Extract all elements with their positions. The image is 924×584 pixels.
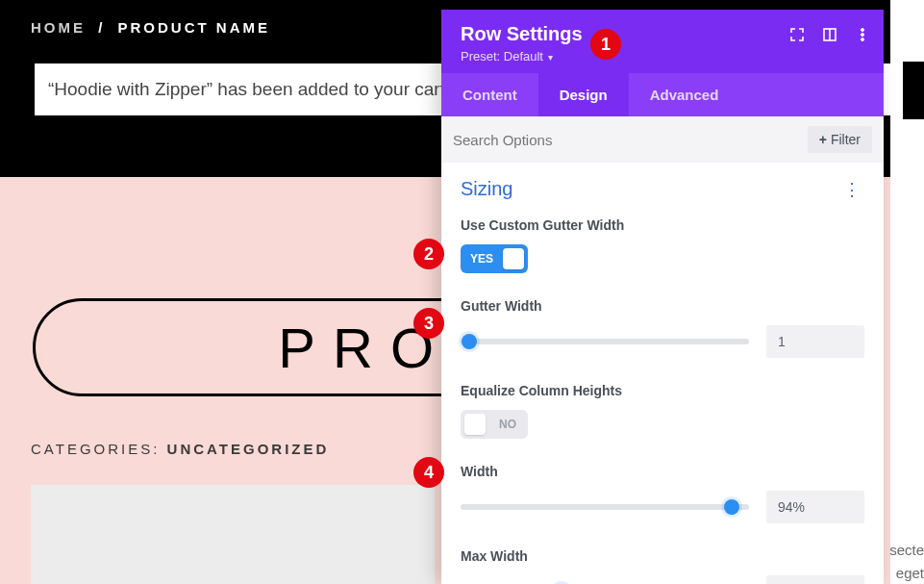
preset-dropdown[interactable]: Preset: Default ▾ xyxy=(461,49,868,63)
label-equalize: Equalize Column Heights xyxy=(461,383,864,398)
annotation-badge-2: 2 xyxy=(413,239,444,269)
product-image-placeholder xyxy=(31,485,435,584)
chevron-down-icon: ▾ xyxy=(545,52,553,63)
plus-icon: + xyxy=(819,132,827,147)
more-icon[interactable] xyxy=(851,23,874,46)
annotation-badge-4: 4 xyxy=(413,457,444,488)
tab-advanced[interactable]: Advanced xyxy=(629,73,740,116)
categories-line: CATEGORIES: UNCATEGORIZED xyxy=(31,441,329,457)
label-custom-gutter: Use Custom Gutter Width xyxy=(461,217,864,233)
section-sizing-title[interactable]: Sizing xyxy=(461,178,512,200)
annotation-badge-1: 1 xyxy=(590,29,621,60)
value-max-width[interactable]: 1080px xyxy=(766,575,864,584)
slider-thumb[interactable] xyxy=(724,499,739,515)
slider-gutter-width[interactable] xyxy=(461,339,749,344)
value-gutter-width[interactable]: 1 xyxy=(766,325,864,358)
filter-button[interactable]: +Filter xyxy=(808,126,872,153)
cart-notice-text: “Hoodie with Zipper” has been added to y… xyxy=(48,79,450,100)
expand-icon[interactable] xyxy=(786,23,809,46)
breadcrumb-home[interactable]: HOME xyxy=(31,19,86,36)
slider-thumb[interactable] xyxy=(462,334,477,349)
svg-point-3 xyxy=(862,34,864,37)
toggle-knob xyxy=(503,248,524,269)
categories-value[interactable]: UNCATEGORIZED xyxy=(167,441,330,457)
search-input[interactable] xyxy=(453,132,808,148)
search-bar: +Filter xyxy=(441,116,884,163)
label-width: Width xyxy=(461,464,864,479)
toggle-equalize[interactable]: NO xyxy=(461,410,528,439)
background-lorem: secte eget xyxy=(889,539,924,584)
svg-point-2 xyxy=(862,29,864,32)
cart-button-partial[interactable] xyxy=(903,62,924,119)
toggle-knob xyxy=(464,414,486,435)
panel-header: Row Settings Preset: Default ▾ xyxy=(441,10,884,73)
row-settings-panel: Row Settings Preset: Default ▾ Content D… xyxy=(441,10,884,584)
tab-design[interactable]: Design xyxy=(538,73,629,116)
value-width[interactable]: 94% xyxy=(766,491,864,523)
section-menu-icon[interactable]: ⋮ xyxy=(839,179,864,200)
annotation-badge-3: 3 xyxy=(413,308,444,339)
breadcrumb-sep: / xyxy=(98,19,105,36)
slider-width[interactable] xyxy=(461,504,749,510)
columns-icon[interactable] xyxy=(818,23,841,46)
label-gutter-width: Gutter Width xyxy=(461,298,864,314)
tab-bar: Content Design Advanced xyxy=(441,73,884,116)
tab-content[interactable]: Content xyxy=(441,73,538,116)
breadcrumb: HOME / PRODUCT NAME xyxy=(31,19,270,36)
svg-point-4 xyxy=(862,38,864,41)
breadcrumb-product: PRODUCT NAME xyxy=(118,19,271,36)
categories-label: CATEGORIES: xyxy=(31,441,160,457)
toggle-custom-gutter[interactable]: YES xyxy=(461,244,528,273)
label-max-width: Max Width xyxy=(461,548,864,564)
